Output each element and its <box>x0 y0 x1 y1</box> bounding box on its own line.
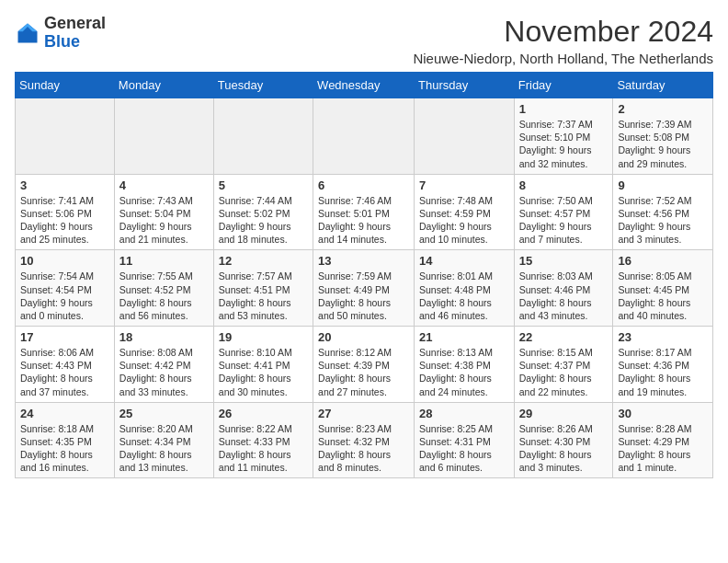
day-info: Sunrise: 8:15 AM Sunset: 4:37 PM Dayligh… <box>519 346 609 398</box>
table-row: 13Sunrise: 7:59 AM Sunset: 4:49 PM Dayli… <box>313 250 415 327</box>
day-number: 29 <box>519 407 609 420</box>
table-row: 2Sunrise: 7:39 AM Sunset: 5:08 PM Daylig… <box>613 98 713 175</box>
title-area: November 2024 Nieuwe-Niedorp, North Holl… <box>413 15 713 66</box>
day-info: Sunrise: 7:44 AM Sunset: 5:02 PM Dayligh… <box>219 194 308 247</box>
day-number: 12 <box>219 254 308 268</box>
day-number: 15 <box>519 254 609 268</box>
day-number: 30 <box>618 407 708 420</box>
day-info: Sunrise: 8:26 AM Sunset: 4:30 PM Dayligh… <box>519 422 609 475</box>
day-number: 4 <box>119 178 209 192</box>
day-info: Sunrise: 8:08 AM Sunset: 4:42 PM Dayligh… <box>119 346 209 398</box>
day-info: Sunrise: 7:46 AM Sunset: 5:01 PM Dayligh… <box>318 194 409 247</box>
day-info: Sunrise: 8:25 AM Sunset: 4:31 PM Dayligh… <box>419 422 509 475</box>
day-number: 22 <box>519 330 609 344</box>
day-info: Sunrise: 8:05 AM Sunset: 4:45 PM Dayligh… <box>618 270 708 322</box>
table-row: 18Sunrise: 8:08 AM Sunset: 4:42 PM Dayli… <box>114 327 213 403</box>
day-number: 7 <box>419 178 509 192</box>
logo-icon <box>15 20 40 46</box>
calendar-week-row: 10Sunrise: 7:54 AM Sunset: 4:54 PM Dayli… <box>16 250 713 327</box>
day-number: 28 <box>419 407 509 420</box>
day-number: 14 <box>419 254 509 268</box>
table-row: 30Sunrise: 8:28 AM Sunset: 4:29 PM Dayli… <box>613 402 713 478</box>
table-row: 27Sunrise: 8:23 AM Sunset: 4:32 PM Dayli… <box>313 402 415 478</box>
day-info: Sunrise: 7:48 AM Sunset: 4:59 PM Dayligh… <box>419 194 509 247</box>
day-number: 10 <box>20 254 109 268</box>
day-number: 27 <box>318 407 409 420</box>
day-number: 21 <box>419 330 509 344</box>
calendar-week-row: 1Sunrise: 7:37 AM Sunset: 5:10 PM Daylig… <box>16 98 713 175</box>
table-row: 19Sunrise: 8:10 AM Sunset: 4:41 PM Dayli… <box>213 327 313 403</box>
day-info: Sunrise: 7:43 AM Sunset: 5:04 PM Dayligh… <box>119 194 209 247</box>
table-row: 21Sunrise: 8:13 AM Sunset: 4:38 PM Dayli… <box>415 327 515 403</box>
table-row: 24Sunrise: 8:18 AM Sunset: 4:35 PM Dayli… <box>16 402 115 478</box>
day-info: Sunrise: 8:13 AM Sunset: 4:38 PM Dayligh… <box>419 346 509 398</box>
table-row: 12Sunrise: 7:57 AM Sunset: 4:51 PM Dayli… <box>213 250 313 327</box>
day-number: 6 <box>318 178 409 192</box>
day-number: 16 <box>618 254 708 268</box>
day-info: Sunrise: 8:03 AM Sunset: 4:46 PM Dayligh… <box>519 270 609 322</box>
header-monday: Monday <box>114 73 213 98</box>
table-row <box>415 98 515 175</box>
day-info: Sunrise: 8:22 AM Sunset: 4:33 PM Dayligh… <box>219 422 308 475</box>
table-row: 14Sunrise: 8:01 AM Sunset: 4:48 PM Dayli… <box>415 250 515 327</box>
day-number: 13 <box>318 254 409 268</box>
day-number: 11 <box>119 254 209 268</box>
month-title: November 2024 <box>413 15 713 49</box>
table-row: 15Sunrise: 8:03 AM Sunset: 4:46 PM Dayli… <box>514 250 613 327</box>
day-info: Sunrise: 7:37 AM Sunset: 5:10 PM Dayligh… <box>519 118 609 170</box>
day-info: Sunrise: 7:41 AM Sunset: 5:06 PM Dayligh… <box>20 194 109 247</box>
day-info: Sunrise: 8:17 AM Sunset: 4:36 PM Dayligh… <box>618 346 708 398</box>
day-info: Sunrise: 7:59 AM Sunset: 4:49 PM Dayligh… <box>318 270 409 322</box>
table-row: 9Sunrise: 7:52 AM Sunset: 4:56 PM Daylig… <box>613 174 713 250</box>
location-title: Nieuwe-Niedorp, North Holland, The Nethe… <box>413 51 713 66</box>
table-row <box>213 98 313 175</box>
day-number: 3 <box>20 178 109 192</box>
header-tuesday: Tuesday <box>213 73 313 98</box>
table-row <box>114 98 213 175</box>
weekday-header-row: Sunday Monday Tuesday Wednesday Thursday… <box>16 73 713 98</box>
table-row: 28Sunrise: 8:25 AM Sunset: 4:31 PM Dayli… <box>415 402 515 478</box>
table-row <box>16 98 115 175</box>
day-number: 25 <box>119 407 209 420</box>
day-number: 24 <box>20 407 109 420</box>
day-info: Sunrise: 7:52 AM Sunset: 4:56 PM Dayligh… <box>618 194 708 247</box>
table-row: 22Sunrise: 8:15 AM Sunset: 4:37 PM Dayli… <box>514 327 613 403</box>
day-number: 5 <box>219 178 308 192</box>
day-info: Sunrise: 7:55 AM Sunset: 4:52 PM Dayligh… <box>119 270 209 322</box>
table-row: 25Sunrise: 8:20 AM Sunset: 4:34 PM Dayli… <box>114 402 213 478</box>
day-info: Sunrise: 8:01 AM Sunset: 4:48 PM Dayligh… <box>419 270 509 322</box>
day-info: Sunrise: 7:50 AM Sunset: 4:57 PM Dayligh… <box>519 194 609 247</box>
table-row <box>313 98 415 175</box>
day-number: 8 <box>519 178 609 192</box>
table-row: 17Sunrise: 8:06 AM Sunset: 4:43 PM Dayli… <box>16 327 115 403</box>
table-row: 6Sunrise: 7:46 AM Sunset: 5:01 PM Daylig… <box>313 174 415 250</box>
day-number: 18 <box>119 330 209 344</box>
table-row: 3Sunrise: 7:41 AM Sunset: 5:06 PM Daylig… <box>16 174 115 250</box>
day-info: Sunrise: 8:20 AM Sunset: 4:34 PM Dayligh… <box>119 422 209 475</box>
calendar-table: Sunday Monday Tuesday Wednesday Thursday… <box>15 72 713 478</box>
day-info: Sunrise: 7:57 AM Sunset: 4:51 PM Dayligh… <box>219 270 308 322</box>
logo-text: General Blue <box>44 15 106 52</box>
day-number: 26 <box>219 407 308 420</box>
day-info: Sunrise: 7:39 AM Sunset: 5:08 PM Dayligh… <box>618 118 708 170</box>
day-info: Sunrise: 8:28 AM Sunset: 4:29 PM Dayligh… <box>618 422 708 475</box>
header: General Blue November 2024 Nieuwe-Niedor… <box>15 15 713 66</box>
calendar-week-row: 3Sunrise: 7:41 AM Sunset: 5:06 PM Daylig… <box>16 174 713 250</box>
logo: General Blue <box>15 15 106 52</box>
day-info: Sunrise: 8:12 AM Sunset: 4:39 PM Dayligh… <box>318 346 409 398</box>
day-info: Sunrise: 8:18 AM Sunset: 4:35 PM Dayligh… <box>20 422 109 475</box>
day-info: Sunrise: 8:06 AM Sunset: 4:43 PM Dayligh… <box>20 346 109 398</box>
table-row: 20Sunrise: 8:12 AM Sunset: 4:39 PM Dayli… <box>313 327 415 403</box>
day-number: 20 <box>318 330 409 344</box>
table-row: 1Sunrise: 7:37 AM Sunset: 5:10 PM Daylig… <box>514 98 613 175</box>
day-number: 19 <box>219 330 308 344</box>
header-wednesday: Wednesday <box>313 73 415 98</box>
table-row: 26Sunrise: 8:22 AM Sunset: 4:33 PM Dayli… <box>213 402 313 478</box>
header-friday: Friday <box>514 73 613 98</box>
header-sunday: Sunday <box>16 73 115 98</box>
table-row: 16Sunrise: 8:05 AM Sunset: 4:45 PM Dayli… <box>613 250 713 327</box>
table-row: 10Sunrise: 7:54 AM Sunset: 4:54 PM Dayli… <box>16 250 115 327</box>
day-info: Sunrise: 8:23 AM Sunset: 4:32 PM Dayligh… <box>318 422 409 475</box>
day-info: Sunrise: 8:10 AM Sunset: 4:41 PM Dayligh… <box>219 346 308 398</box>
calendar-week-row: 24Sunrise: 8:18 AM Sunset: 4:35 PM Dayli… <box>16 402 713 478</box>
